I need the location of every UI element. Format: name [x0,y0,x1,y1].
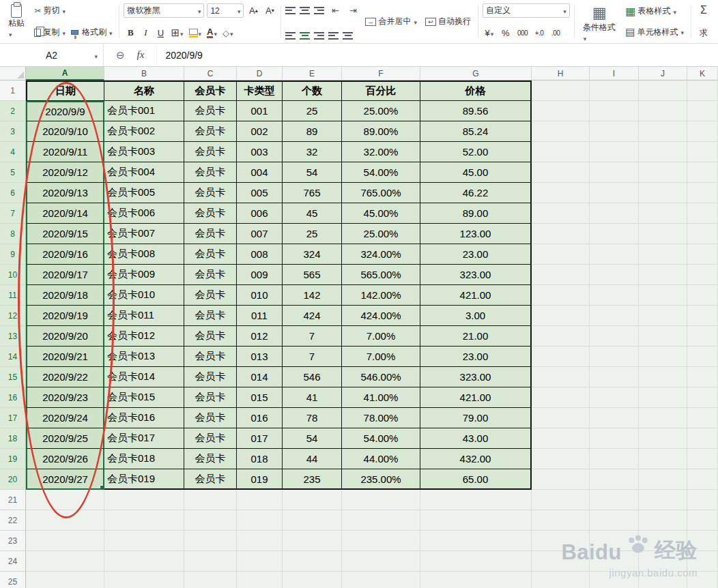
sum-button[interactable]: 求 [695,2,712,41]
cell-A1[interactable]: 日期 [26,80,104,101]
cell-B12[interactable]: 会员卡011 [104,306,184,326]
align-center-icon[interactable] [300,32,310,40]
cell-J11[interactable] [639,285,687,306]
row-header-2[interactable]: 2 [0,101,26,121]
cell-H3[interactable] [532,121,590,142]
cell-F24[interactable] [342,551,420,572]
cell-E24[interactable] [283,551,342,572]
cell-G14[interactable]: 23.00 [420,347,532,367]
cell-G5[interactable]: 45.00 [420,162,532,183]
row-header-6[interactable]: 6 [0,183,26,203]
row-header-13[interactable]: 13 [0,326,26,347]
select-all-corner[interactable] [0,67,26,80]
cell-E12[interactable]: 424 [283,306,342,326]
cell-J16[interactable] [639,387,687,408]
cell-A8[interactable]: 2020/9/15 [26,224,104,244]
cell-G25[interactable] [420,572,532,588]
cell-H2[interactable] [532,101,590,121]
currency-button[interactable]: ¥ [483,26,496,40]
cell-A18[interactable]: 2020/9/25 [26,428,104,449]
cell-E20[interactable]: 235 [283,469,342,490]
col-header-F[interactable]: F [342,67,420,80]
cell-H6[interactable] [532,183,590,203]
cell-E19[interactable]: 44 [283,449,342,469]
cell-K21[interactable] [687,490,718,510]
formula-bar-input[interactable]: 2020/9/9 [157,44,718,66]
cell-I18[interactable] [590,428,639,449]
cell-K1[interactable] [687,80,718,101]
cell-I15[interactable] [590,367,639,387]
cell-H8[interactable] [532,224,590,244]
cell-C20[interactable]: 会员卡 [184,469,237,490]
cell-B19[interactable]: 会员卡018 [104,449,184,469]
cell-D21[interactable] [237,490,283,510]
col-header-G[interactable]: G [420,67,532,80]
cell-A5[interactable]: 2020/9/12 [26,162,104,183]
cell-B3[interactable]: 会员卡002 [104,121,184,142]
cell-I17[interactable] [590,408,639,428]
cell-G9[interactable]: 23.00 [420,244,532,265]
cell-J17[interactable] [639,408,687,428]
cell-D2[interactable]: 001 [237,101,283,121]
align-top-icon[interactable] [285,7,296,14]
cell-J4[interactable] [639,142,687,162]
col-header-H[interactable]: H [532,67,590,80]
cell-G8[interactable]: 123.00 [420,224,532,244]
cell-H16[interactable] [532,387,590,408]
cell-C5[interactable]: 会员卡 [184,162,237,183]
cell-J24[interactable] [639,551,687,572]
row-header-22[interactable]: 22 [0,510,26,531]
cell-E5[interactable]: 54 [283,162,342,183]
cell-G20[interactable]: 65.00 [420,469,532,490]
cell-I14[interactable] [590,347,639,367]
cell-E23[interactable] [283,531,342,551]
cell-J19[interactable] [639,449,687,469]
cell-B16[interactable]: 会员卡015 [104,387,184,408]
cell-A2[interactable]: 2020/9/9 [26,101,104,121]
cell-K17[interactable] [687,408,718,428]
cell-J9[interactable] [639,244,687,265]
cell-A6[interactable]: 2020/9/13 [26,183,104,203]
col-header-I[interactable]: I [590,67,639,80]
cell-A19[interactable]: 2020/9/26 [26,449,104,469]
cell-I9[interactable] [590,244,639,265]
col-header-B[interactable]: B [104,67,184,80]
cell-G11[interactable]: 421.00 [420,285,532,306]
clear-format-button[interactable] [220,26,235,40]
cell-E16[interactable]: 41 [283,387,342,408]
cell-B1[interactable]: 名称 [104,80,184,101]
cell-B22[interactable] [104,510,184,531]
cell-B11[interactable]: 会员卡010 [104,285,184,306]
cell-H5[interactable] [532,162,590,183]
cell-I12[interactable] [590,306,639,326]
cut-button[interactable]: 剪切 [31,3,115,18]
cell-D14[interactable]: 013 [237,347,283,367]
cell-B6[interactable]: 会员卡005 [104,183,184,203]
cell-H10[interactable] [532,265,590,285]
cell-D12[interactable]: 011 [237,306,283,326]
row-header-9[interactable]: 9 [0,244,26,265]
cell-A12[interactable]: 2020/9/19 [26,306,104,326]
row-header-1[interactable]: 1 [0,80,26,101]
cell-E15[interactable]: 546 [283,367,342,387]
cell-K22[interactable] [687,510,718,531]
cell-K12[interactable] [687,306,718,326]
cell-H25[interactable] [532,572,590,588]
decrease-font-button[interactable]: A▾ [263,3,276,17]
row-header-24[interactable]: 24 [0,551,26,572]
cell-K3[interactable] [687,121,718,142]
col-header-D[interactable]: D [237,67,283,80]
cell-B23[interactable] [104,531,184,551]
cell-I21[interactable] [590,490,639,510]
cell-K25[interactable] [687,572,718,588]
cell-J7[interactable] [639,203,687,224]
col-header-A[interactable]: A [26,67,104,80]
cell-E7[interactable]: 45 [283,203,342,224]
cell-I19[interactable] [590,449,639,469]
underline-button[interactable]: U [154,26,167,40]
cell-A9[interactable]: 2020/9/16 [26,244,104,265]
cell-B9[interactable]: 会员卡008 [104,244,184,265]
cell-F2[interactable]: 25.00% [342,101,420,121]
cell-E2[interactable]: 25 [283,101,342,121]
cell-B5[interactable]: 会员卡004 [104,162,184,183]
